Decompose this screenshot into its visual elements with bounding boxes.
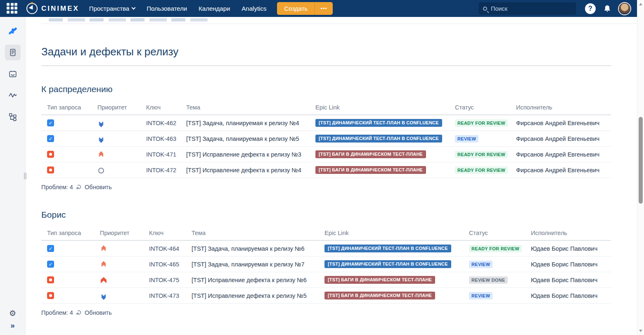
issue-key[interactable]: INTOK-463 (140, 131, 180, 147)
sidebar-item-activity[interactable] (5, 88, 21, 103)
epic-link-badge[interactable]: [TST] ДИНАМИЧЕСКИЙ ТЕСТ-ПЛАН В CONFLUENC… (324, 245, 451, 252)
col-assignee: Исполнитель (510, 100, 611, 115)
left-sidebar: ⚙ » (0, 17, 26, 335)
sidebar-item-pages[interactable] (5, 45, 21, 60)
priority-icon (97, 168, 105, 173)
brand-logo-icon (26, 3, 38, 14)
create-more-button[interactable]: ••• (315, 2, 333, 15)
epic-link-badge[interactable]: [TST] ДИНАМИЧЕСКИЙ ТЕСТ-ПЛАН В CONFLUENC… (315, 135, 442, 143)
refresh-link[interactable]: Обновить (85, 184, 112, 190)
expand-sidebar-icon[interactable]: » (10, 321, 15, 329)
issue-type-icon (47, 245, 54, 252)
issue-summary[interactable]: [TST] Задача, планируемая к релизу №5 (180, 131, 310, 147)
col-status: Статус (463, 226, 525, 240)
page-title: Задачи и дефекты к релизу (41, 45, 637, 58)
nav-spaces[interactable]: Пространства (89, 5, 135, 12)
issue-summary[interactable]: [TST] Задача, планируемая к релизу №4 (180, 115, 310, 131)
issue-summary[interactable]: [TST] Исправление дефекта к релизу №3 (180, 147, 310, 162)
page-tree-icon (8, 112, 17, 121)
top-nav-menu: Пространства Пользователи Календари Anal… (89, 5, 267, 12)
issue-key[interactable]: INTOK-465 (143, 257, 186, 272)
issue-count: Проблем: 4 (41, 184, 73, 190)
search-input[interactable] (491, 5, 565, 12)
sidebar-item-confluence-home[interactable] (5, 23, 21, 39)
status-badge: READY FOR REVIEW (455, 166, 508, 174)
table-row: INTOK-462 [TST] Задача, планируемая к ре… (41, 115, 611, 131)
assignee: Фирсанов Андрей Евгеньевич (510, 147, 611, 162)
refresh-icon[interactable]: ↻ (75, 309, 82, 315)
issue-key[interactable]: INTOK-462 (140, 115, 180, 131)
status-badge: REVIEW (469, 292, 492, 299)
section-heading: Борис (41, 210, 637, 220)
scrollbar-thumb[interactable] (639, 117, 643, 204)
issue-summary[interactable]: [TST] Задача, планируемая к релизу №6 (186, 240, 319, 257)
vertical-scrollbar[interactable] (637, 0, 644, 335)
issue-key[interactable]: INTOK-471 (140, 147, 180, 162)
nav-calendars[interactable]: Календари (199, 5, 230, 12)
create-button[interactable]: Создать (277, 2, 315, 15)
issue-summary[interactable]: [TST] Задача, планируемая к релизу №7 (186, 257, 319, 272)
assignee: Юдаев Борис Павлович (525, 240, 611, 257)
pages-icon (8, 48, 17, 57)
epic-link-badge[interactable]: [TST] БАГИ В ДИНАМИЧЕСКОМ ТЕСТ-ПЛАНЕ (315, 166, 426, 174)
epic-link-badge[interactable]: [TST] БАГИ В ДИНАМИЧЕСКОМ ТЕСТ-ПЛАНЕ (324, 292, 435, 299)
issue-key[interactable]: INTOK-472 (140, 162, 180, 178)
chevron-down-icon (132, 6, 136, 10)
issue-type-icon (47, 135, 54, 142)
confluence-logo-icon (7, 26, 18, 36)
section-heading: К распределению (41, 84, 637, 94)
issue-type-icon (47, 292, 54, 299)
col-priority: Приоритет (94, 226, 143, 240)
issue-type-icon (47, 119, 54, 126)
refresh-link[interactable]: Обновить (85, 309, 112, 316)
epic-link-badge[interactable]: [TST] ДИНАМИЧЕСКИЙ ТЕСТ-ПЛАН В CONFLUENC… (324, 260, 451, 268)
status-badge: READY FOR REVIEW (469, 245, 522, 252)
table-row: INTOK-473 [TST] Исправление дефекта к ре… (41, 288, 611, 304)
assignee: Фирсанов Андрей Евгеньевич (510, 115, 611, 131)
issue-key[interactable]: INTOK-473 (143, 288, 186, 304)
table-header-row: Тип запроса Приоритет Ключ Тема Epic Lin… (41, 226, 611, 240)
epic-link-badge[interactable]: [TST] БАГИ В ДИНАМИЧЕСКОМ ТЕСТ-ПЛАНЕ (315, 150, 426, 158)
search-icon (483, 7, 487, 11)
status-badge: READY FOR REVIEW (455, 119, 508, 127)
issue-type-icon (47, 166, 54, 173)
priority-icon (100, 293, 107, 299)
col-status: Статус (449, 100, 510, 115)
issue-summary[interactable]: [TST] Исправление дефекта к релизу №4 (180, 162, 310, 178)
top-navigation-bar: CINIMEX Пространства Пользователи Календ… (0, 0, 637, 17)
notifications-bell-icon[interactable] (603, 4, 612, 13)
col-key: Ключ (140, 100, 180, 115)
table-footer: Проблем: 4 ↻ Обновить (41, 309, 637, 316)
sidebar-item-page-tree[interactable] (5, 109, 21, 125)
nav-analytics[interactable]: Analytics (242, 5, 266, 12)
brand-logo[interactable]: CINIMEX (26, 3, 79, 14)
issue-summary[interactable]: [TST] Исправление дефекта к релизу №5 (186, 288, 319, 304)
page-content: Задачи и дефекты к релизу К распределени… (26, 17, 637, 335)
nav-users[interactable]: Пользователи (147, 5, 187, 12)
sidebar-resize-handle[interactable] (24, 173, 27, 179)
app-grid-icon[interactable] (7, 3, 19, 14)
clipped-scrolled-content (41, 17, 637, 24)
settings-gear-icon[interactable]: ⚙ (9, 309, 16, 317)
table-row: INTOK-463 [TST] Задача, планируемая к ре… (41, 131, 611, 147)
scroll-down-arrow-icon[interactable] (639, 330, 642, 332)
epic-link-badge[interactable]: [TST] БАГИ В ДИНАМИЧЕСКОМ ТЕСТ-ПЛАНЕ (324, 276, 435, 284)
issue-summary[interactable]: [TST] Исправление дефекта к релизу №6 (186, 272, 319, 288)
issues-table: Тип запроса Приоритет Ключ Тема Epic Lin… (41, 100, 611, 178)
assignee: Юдаев Борис Павлович (525, 288, 611, 304)
user-avatar[interactable] (619, 3, 630, 14)
search-area (479, 2, 576, 14)
epic-link-badge[interactable]: [TST] ДИНАМИЧЕСКИЙ ТЕСТ-ПЛАН В CONFLUENC… (315, 119, 442, 127)
refresh-icon[interactable]: ↻ (75, 184, 82, 190)
sidebar-item-calendar[interactable] (5, 66, 21, 82)
brand-name: CINIMEX (41, 5, 79, 13)
scroll-up-arrow-icon[interactable] (639, 3, 642, 5)
table-header-row: Тип запроса Приоритет Ключ Тема Epic Lin… (41, 100, 611, 115)
status-badge: REVIEW (455, 135, 478, 143)
issue-key[interactable]: INTOK-475 (143, 272, 186, 288)
issue-type-icon (47, 151, 54, 158)
search-box[interactable] (479, 2, 576, 14)
help-icon[interactable]: ? (585, 3, 596, 14)
issue-key[interactable]: INTOK-464 (143, 240, 186, 257)
top-right-icons: ? (585, 3, 630, 14)
